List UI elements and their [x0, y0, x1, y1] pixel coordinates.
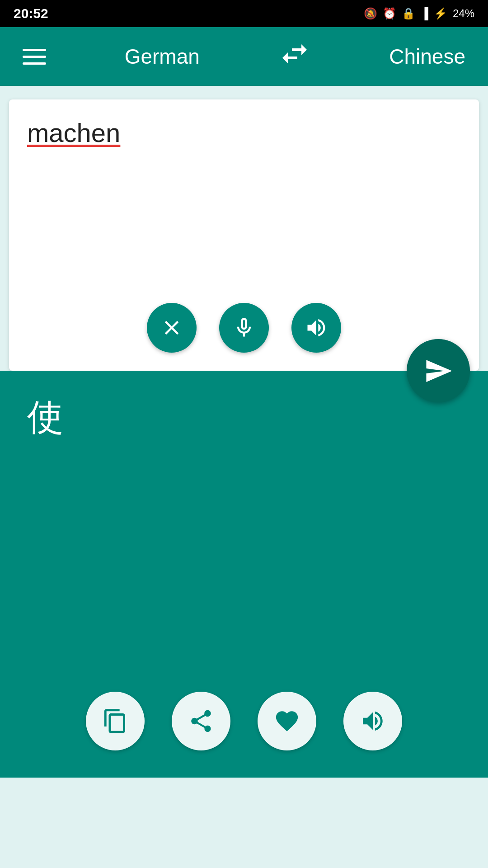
signal-icon: ▐ — [421, 7, 428, 20]
favorite-button[interactable] — [258, 692, 316, 750]
microphone-button[interactable] — [219, 303, 269, 353]
copy-button[interactable] — [86, 692, 145, 750]
battery-level: 24% — [453, 7, 474, 20]
translate-button[interactable] — [407, 339, 470, 402]
swap-languages-button[interactable] — [278, 38, 311, 75]
charging-icon: ⚡ — [434, 7, 447, 20]
speak-output-button[interactable] — [343, 692, 402, 750]
output-text-display: 使 — [27, 393, 461, 442]
main-wrapper: machen — [0, 99, 488, 778]
input-controls — [27, 303, 461, 357]
notification-muted-icon: 🔕 — [364, 7, 377, 20]
status-time: 20:52 — [14, 6, 48, 21]
clear-button[interactable] — [147, 303, 197, 353]
input-area: machen — [9, 99, 479, 371]
sim-icon: 🔒 — [402, 7, 415, 20]
alarm-icon: ⏰ — [383, 7, 396, 20]
speak-input-button[interactable] — [291, 303, 341, 353]
source-language[interactable]: German — [125, 44, 200, 69]
output-area: 使 — [0, 371, 488, 778]
menu-button[interactable] — [23, 49, 46, 65]
target-language[interactable]: Chinese — [389, 44, 465, 69]
top-nav: German Chinese — [0, 27, 488, 86]
output-controls — [27, 692, 461, 760]
status-bar: 20:52 🔕 ⏰ 🔒 ▐ ⚡ 24% — [0, 0, 488, 27]
input-text-display[interactable]: machen — [27, 118, 461, 148]
status-icons: 🔕 ⏰ 🔒 ▐ ⚡ 24% — [364, 7, 474, 20]
share-button[interactable] — [172, 692, 230, 750]
